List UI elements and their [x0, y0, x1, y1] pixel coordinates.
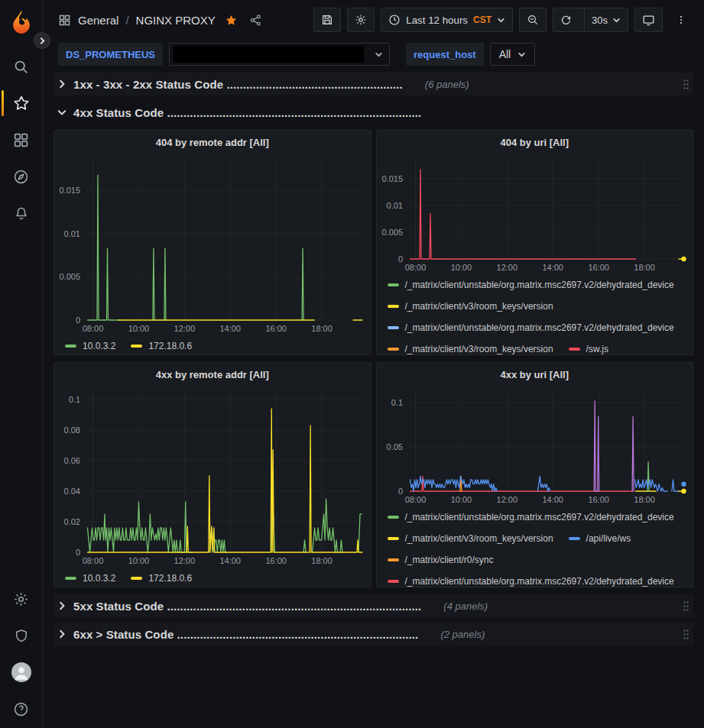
legend-item[interactable]: /_matrix/client/unstable/org.matrix.msc2…: [388, 280, 674, 290]
legend-series-label: 172.18.0.6: [148, 573, 192, 584]
share-icon[interactable]: [249, 14, 262, 27]
panel-title[interactable]: 404 by uri [All]: [377, 131, 693, 154]
row-title: 4xx Status Code ........................…: [73, 106, 421, 119]
legend-series-color: [388, 305, 399, 308]
sidebar-item-starred[interactable]: [0, 92, 43, 115]
svg-text:18:00: 18:00: [634, 495, 655, 504]
row-header-1xx-3xx-2xx[interactable]: 1xx - 3xx - 2xx Status Code ............…: [54, 73, 693, 95]
svg-text:0.1: 0.1: [391, 398, 402, 407]
svg-text:16:00: 16:00: [588, 263, 609, 272]
gear-icon: [13, 591, 29, 607]
chevron-down-icon: [375, 50, 383, 59]
legend-row: /_matrix/client/r0/sync: [388, 549, 693, 571]
sidebar-item-server-admin[interactable]: [0, 624, 43, 647]
legend-item[interactable]: /sw.js: [569, 344, 608, 354]
svg-text:14:00: 14:00: [542, 263, 563, 272]
legend-series-color: [388, 283, 399, 286]
chevron-down-icon: [612, 16, 621, 24]
drag-handle-icon[interactable]: [683, 600, 689, 612]
chart-4xx-by-remote-addr[interactable]: 08:0010:0012:0014:0016:0018:0000.020.040…: [54, 386, 370, 568]
svg-text:10:00: 10:00: [128, 556, 150, 565]
dashboard-toolbar: Last 12 hours CST 30s: [313, 8, 693, 32]
search-icon: [13, 59, 29, 75]
svg-text:08:00: 08:00: [404, 263, 426, 272]
sidebar-item-alerting[interactable]: [0, 202, 43, 225]
legend-series-label: /api/live/ws: [586, 533, 631, 544]
sidebar-item-dashboards[interactable]: [0, 128, 43, 151]
variable-select-ds-prometheus[interactable]: [169, 43, 390, 66]
legend-item[interactable]: /_matrix/client/unstable/org.matrix.msc2…: [388, 576, 674, 587]
legend-item[interactable]: /_matrix/client/r0/sync: [388, 555, 494, 565]
refresh-icon: [560, 15, 572, 26]
legend-series-label: /_matrix/client/r0/sync: [405, 555, 494, 565]
panel-legend: /_matrix/client/unstable/org.matrix.msc2…: [377, 274, 693, 355]
panel-legend: 10.0.3.2172.18.0.6: [54, 568, 371, 587]
refresh-interval-dropdown[interactable]: 30s: [584, 8, 628, 31]
row-header-4xx[interactable]: 4xx Status Code ........................…: [54, 101, 693, 124]
grafana-logo-icon[interactable]: [10, 9, 33, 35]
avatar: [11, 662, 31, 682]
svg-text:16:00: 16:00: [265, 324, 287, 333]
legend-item[interactable]: 172.18.0.6: [131, 573, 192, 584]
chevron-down-icon: [497, 16, 505, 24]
chart-4xx-by-uri[interactable]: 08:0010:0012:0014:0016:0018:0000.050.1: [377, 386, 693, 506]
tv-mode-button[interactable]: [634, 8, 663, 32]
sidebar-item-explore[interactable]: [0, 165, 43, 188]
row-title: 5xx Status Code ........................…: [73, 600, 421, 613]
svg-text:0.05: 0.05: [386, 442, 402, 451]
sidebar-item-help[interactable]: [0, 697, 43, 720]
zoom-out-time-button[interactable]: [519, 8, 547, 32]
svg-text:0: 0: [76, 548, 80, 557]
legend-item[interactable]: /_matrix/client/v3/room_keys/version: [388, 533, 553, 544]
legend-row: /_matrix/client/unstable/org.matrix.msc2…: [388, 571, 693, 587]
chart-404-by-uri[interactable]: 08:0010:0012:0014:0016:0018:0000.0050.01…: [377, 154, 693, 274]
panel-legend: 10.0.3.2172.18.0.6: [54, 335, 371, 355]
drag-handle-icon[interactable]: [683, 79, 689, 90]
time-range-picker[interactable]: Last 12 hours CST: [381, 8, 513, 32]
panel-legend: /_matrix/client/unstable/org.matrix.msc2…: [377, 506, 693, 587]
svg-text:0.04: 0.04: [64, 487, 80, 496]
breadcrumb-folder[interactable]: General: [78, 14, 118, 27]
dashboard-variables-row: DS_PROMETHEUS request_host All: [43, 40, 704, 69]
legend-item[interactable]: /api/live/ws: [569, 533, 631, 544]
drag-handle-icon[interactable]: [683, 629, 689, 640]
dashboard-settings-button[interactable]: [347, 8, 375, 32]
panel-4xx-by-uri: 4xx by uri [All] 08:0010:0012:0014:0016:…: [376, 362, 694, 587]
legend-series-color: [131, 345, 142, 348]
legend-item[interactable]: 10.0.3.2: [65, 573, 115, 584]
svg-text:10:00: 10:00: [450, 263, 472, 272]
svg-text:0.01: 0.01: [386, 201, 402, 210]
kebab-menu-button[interactable]: [669, 8, 693, 32]
panel-title[interactable]: 4xx by remote addr [All]: [54, 363, 371, 386]
row-panel-count: (4 panels): [443, 600, 488, 612]
row-header-6xx[interactable]: 6xx > Status Code ......................…: [54, 623, 693, 645]
panel-4xx-by-remote-addr: 4xx by remote addr [All] 08:0010:0012:00…: [54, 362, 371, 587]
legend-item[interactable]: 10.0.3.2: [65, 341, 115, 351]
row-panel-count: (6 panels): [425, 79, 469, 90]
svg-text:08:00: 08:00: [83, 324, 104, 333]
refresh-button[interactable]: [553, 8, 579, 31]
legend-item[interactable]: /_matrix/client/v3/room_keys/version: [388, 301, 553, 312]
sidebar-item-profile[interactable]: [0, 661, 43, 684]
legend-item[interactable]: /_matrix/client/v3/room_keys/version: [388, 344, 553, 354]
sidebar-item-configuration[interactable]: [0, 587, 43, 610]
sidebar-expand-button[interactable]: [34, 32, 50, 49]
panel-title[interactable]: 4xx by uri [All]: [377, 363, 693, 386]
svg-text:0.02: 0.02: [64, 517, 80, 526]
legend-series-color: [569, 537, 580, 540]
favorite-star-icon[interactable]: [225, 14, 238, 27]
legend-item[interactable]: 172.18.0.6: [131, 341, 192, 351]
row-header-5xx[interactable]: 5xx Status Code ........................…: [54, 594, 693, 617]
legend-item[interactable]: /_matrix/client/unstable/org.matrix.msc2…: [388, 512, 674, 523]
kebab-icon: [676, 14, 686, 26]
breadcrumb-dashboard-title[interactable]: NGINX PROXY: [136, 14, 216, 27]
svg-text:10:00: 10:00: [128, 324, 150, 333]
variable-select-request-host[interactable]: All: [490, 43, 536, 66]
legend-item[interactable]: /_matrix/client/unstable/org.matrix.msc2…: [388, 322, 674, 333]
save-dashboard-button[interactable]: [313, 8, 341, 32]
chart-404-by-remote-addr[interactable]: 08:0010:0012:0014:0016:0018:0000.0050.01…: [54, 154, 370, 335]
panel-title[interactable]: 404 by remote addr [All]: [54, 131, 371, 154]
svg-text:0: 0: [76, 315, 80, 325]
sidebar-item-search[interactable]: [0, 55, 43, 78]
legend-series-label: 172.18.0.6: [148, 341, 192, 351]
